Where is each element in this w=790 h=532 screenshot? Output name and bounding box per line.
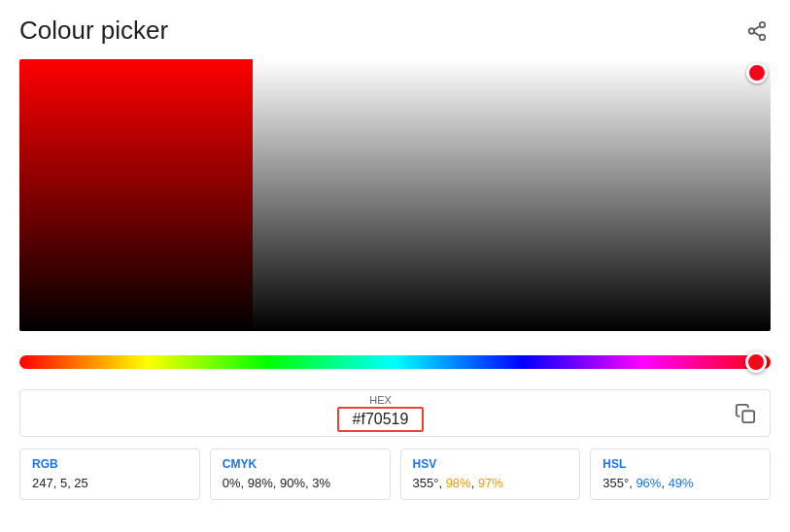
- share-icon[interactable]: [743, 17, 771, 45]
- hsl-colored1: 96%: [635, 476, 661, 490]
- black-gradient: [253, 59, 771, 331]
- rgb-box[interactable]: RGB 247, 5, 25: [19, 449, 200, 500]
- hsv-colored2: 97%: [478, 476, 503, 490]
- hue-slider-container: [19, 349, 771, 376]
- hsv-label: HSV: [413, 457, 568, 471]
- svg-line-4: [754, 25, 760, 29]
- cmyk-label: CMYK: [223, 457, 378, 471]
- hsl-box[interactable]: HSL 355°, 96%, 49%: [590, 449, 771, 500]
- gradient-panel: [253, 59, 771, 331]
- hue-slider-track[interactable]: [19, 355, 771, 369]
- hue-slider-thumb[interactable]: [745, 351, 767, 373]
- values-row: RGB 247, 5, 25 CMYK 0%, 98%, 90%, 3% HSV…: [19, 449, 771, 500]
- cmyk-box[interactable]: CMYK 0%, 98%, 90%, 3%: [210, 449, 391, 500]
- color-picker-thumb[interactable]: [746, 62, 768, 83]
- hsl-colored2: 49%: [669, 476, 694, 490]
- hex-label-value: HEX #f70519: [30, 394, 731, 432]
- hsl-mid: ,: [661, 476, 668, 490]
- hsv-value: 355°, 98%, 97%: [413, 476, 503, 490]
- rgb-value: 247, 5, 25: [32, 476, 88, 490]
- color-gradient-area[interactable]: [19, 59, 771, 331]
- hex-row: HEX #f70519: [19, 389, 771, 437]
- hex-label: HEX: [30, 394, 731, 406]
- colour-picker-container: Colour picker HEX: [0, 0, 790, 519]
- hsv-mid: ,: [471, 476, 478, 490]
- hsv-plain: 355°,: [413, 476, 446, 490]
- hsv-colored1: 98%: [446, 476, 471, 490]
- hsl-plain: 355°,: [602, 476, 635, 490]
- cmyk-value: 0%, 98%, 90%, 3%: [223, 476, 330, 490]
- hsv-box[interactable]: HSV 355°, 98%, 97%: [400, 449, 581, 500]
- hsl-label: HSL: [602, 457, 758, 471]
- hex-value[interactable]: #f70519: [337, 407, 425, 432]
- svg-line-3: [754, 32, 760, 36]
- rgb-label: RGB: [32, 457, 188, 471]
- header: Colour picker: [19, 16, 771, 46]
- svg-rect-5: [742, 411, 754, 422]
- left-black-overlay: [19, 59, 253, 331]
- hsl-value: 355°, 96%, 49%: [602, 476, 693, 490]
- cmyk-value-text: 0%, 98%, 90%, 3%: [223, 476, 330, 490]
- copy-icon[interactable]: [731, 399, 760, 428]
- page-title: Colour picker: [19, 16, 168, 46]
